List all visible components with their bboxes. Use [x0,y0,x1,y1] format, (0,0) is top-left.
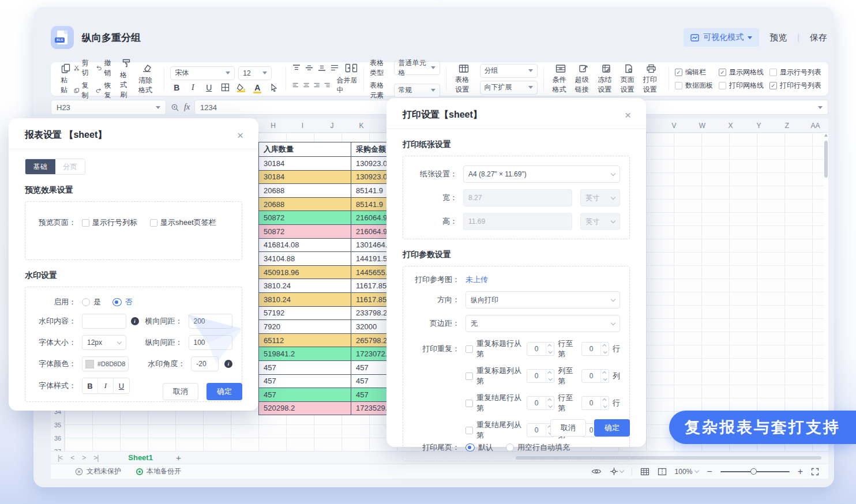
stepper-down-icon[interactable] [546,376,554,382]
paper-height-unit-select[interactable]: 英寸 [580,213,620,230]
visual-mode-button[interactable]: 可视化模式 [684,28,759,47]
table-cell[interactable]: 3810.24 [259,279,351,292]
close-icon[interactable]: × [237,130,243,141]
column-letter-Y[interactable]: Y [745,119,773,133]
wm-angle-input[interactable]: -20 [191,356,219,371]
column-letter-J[interactable]: J [317,119,347,133]
table-cell[interactable]: 7920 [259,320,351,333]
table-cell[interactable]: 20688 [259,184,351,197]
repeat-from-stepper[interactable]: 0 [527,396,554,410]
align-bottom-icon[interactable] [317,64,326,72]
stepper-spin[interactable] [546,343,554,355]
info-icon[interactable]: i [224,360,232,368]
copy-button[interactable]: 复制 [74,81,91,100]
save-button[interactable]: 保存 [810,32,827,43]
scroll-up-icon[interactable] [824,134,828,137]
checkbox-icon[interactable] [465,400,473,407]
table-cell[interactable]: 50872 [259,225,351,238]
pointer-tool-button[interactable] [267,84,280,92]
normal-view-icon[interactable] [640,468,649,476]
redo-button[interactable]: 恢复 [96,81,114,100]
stepper-spin[interactable] [546,370,554,382]
wm-bold-button[interactable]: B [82,378,98,393]
table-header-cell[interactable]: 入库数量 [259,142,351,156]
merge-center-button[interactable]: 合并居中 [336,76,358,95]
table-cell[interactable]: 3810.24 [259,293,351,306]
radio-enable-yes[interactable] [82,298,90,306]
search-icon[interactable] [171,103,179,112]
borders-button[interactable] [219,83,231,92]
column-letter-V[interactable]: V [660,119,688,133]
v-gap-input[interactable]: 100 [189,335,233,350]
page-break-view-icon[interactable] [658,468,667,476]
zoom-slider[interactable] [720,471,790,472]
checkbox-icon[interactable] [465,373,473,380]
table-settings-button[interactable]: 表格设置 [452,64,475,95]
stepper-up-icon[interactable] [546,397,554,403]
align-left-icon[interactable] [292,81,299,89]
sheet-tab-sheet1[interactable]: Sheet1 [128,453,153,462]
toolbar-check-打印行号列表[interactable]: ✓打印行号列表 [769,81,821,91]
font-size-select[interactable]: 12 [238,66,272,80]
table-cell[interactable]: 450918.96 [259,266,351,279]
repeat-to-stepper[interactable]: 0 [581,342,609,356]
tab-basic[interactable]: 基础 [25,159,55,174]
format-painter-button[interactable]: 格式刷 [117,58,136,100]
vertical-scroll-thumb[interactable] [824,141,828,178]
print-cancel-button[interactable]: 取消 [550,419,586,437]
column-letter-Z[interactable]: Z [773,119,801,133]
stepper-down-icon[interactable] [601,349,609,355]
paper-width-unit-select[interactable]: 英寸 [580,189,620,206]
zoom-slider-knob[interactable] [750,468,757,475]
eye-preview-icon[interactable] [591,468,602,475]
table-cell[interactable]: 57192 [259,307,351,320]
paper-width-input[interactable]: 8.27 [463,189,572,206]
radio-tail-fill[interactable] [506,443,514,452]
hyperlink-button[interactable]: 超级链接 [572,64,595,95]
row-number-36[interactable]: 36 [51,432,65,445]
freeze-button[interactable]: 冻结设置 [595,64,617,95]
print-confirm-button[interactable]: 确定 [594,419,630,437]
zoom-level-select[interactable]: 100% [675,468,699,476]
stepper-down-icon[interactable] [601,403,609,409]
stepper-up-icon[interactable] [546,343,554,349]
radio-tail-default[interactable] [465,443,475,452]
cut-button[interactable]: 剪切 [74,58,91,78]
report-cancel-button[interactable]: 取消 [163,383,198,400]
print-setup-button[interactable]: 打印设置 [640,64,663,95]
fullscreen-icon[interactable] [811,468,819,476]
info-icon[interactable]: i [131,317,139,325]
table-cell[interactable]: 30184 [259,171,351,184]
conditional-format-button[interactable]: 条件格式 [550,64,572,95]
stepper-up-icon[interactable] [546,370,554,376]
underline-button[interactable]: U [202,83,215,92]
column-letter-K[interactable]: K [347,119,376,133]
check-show-row-col-marks[interactable]: 显示行号列标 [82,217,137,228]
toolbar-check-编辑栏[interactable]: ✓编辑栏 [675,67,713,77]
column-letter-W[interactable]: W [688,119,716,133]
wm-underline-button[interactable]: U [114,378,129,393]
table-cell[interactable]: 416814.08 [259,239,351,252]
stepper-up-icon[interactable] [601,343,609,349]
report-confirm-button[interactable]: 确定 [207,383,242,400]
stepper-down-icon[interactable] [546,403,554,409]
align-center-icon[interactable] [303,81,310,89]
table-cell[interactable]: 457 [259,375,351,388]
direction-select[interactable]: 纵向打印 [465,291,620,309]
toolbar-check-显示网格线[interactable]: ✓显示网格线 [719,67,764,77]
last-sheet-icon[interactable]: >| [93,454,98,462]
zoom-in-button[interactable]: + [798,467,803,477]
table-cell[interactable]: 30184 [259,157,351,170]
table-cell[interactable]: 65112 [259,334,351,347]
toolbar-check-显示行号列表[interactable]: 显示行号列表 [769,67,821,77]
next-sheet-icon[interactable]: > [82,454,85,462]
column-letter-I[interactable]: I [288,119,317,133]
align-middle-icon[interactable] [305,64,314,72]
cell-reference-box[interactable]: H23 [51,100,166,115]
table-element-select[interactable]: 常规 [394,84,441,97]
paste-button[interactable]: 粘贴 [58,63,74,95]
expand-select[interactable]: 向下扩展 [480,81,538,95]
stepper-spin[interactable] [600,397,609,409]
stepper-down-icon[interactable] [546,349,554,355]
merge-cells-icon[interactable] [345,63,358,73]
